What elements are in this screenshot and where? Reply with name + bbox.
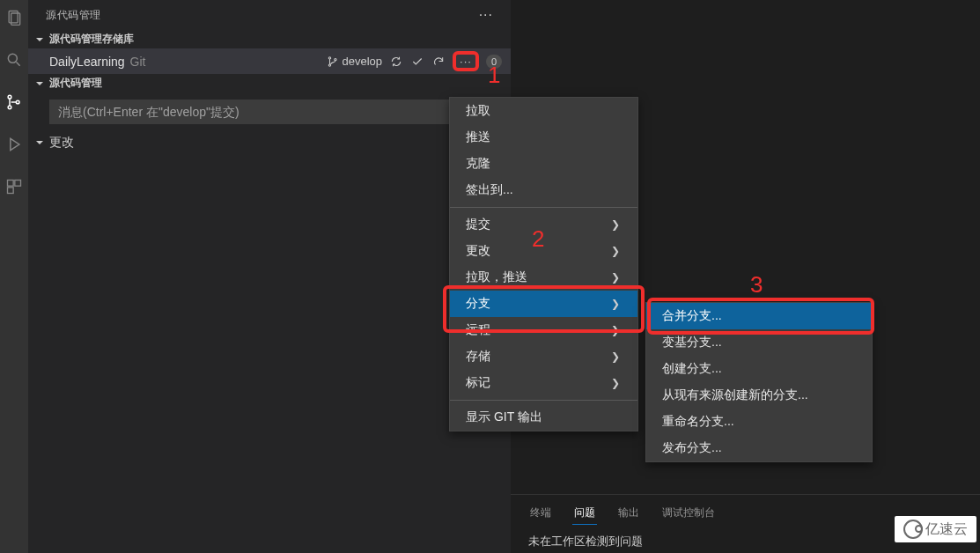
- branch-name: develop: [342, 55, 382, 68]
- panel-header: 源代码管理 ···: [28, 0, 511, 30]
- tab-debug-console[interactable]: 调试控制台: [660, 502, 717, 525]
- menu-push[interactable]: 推送: [450, 124, 637, 151]
- more-icon: ···: [460, 55, 472, 68]
- svg-point-13: [335, 58, 336, 60]
- chevron-right-icon: ❯: [611, 271, 620, 284]
- annotation-number-1: 1: [488, 62, 500, 89]
- tab-terminal[interactable]: 终端: [528, 502, 553, 525]
- menu-show-git-output[interactable]: 显示 GIT 输出: [450, 404, 637, 431]
- menu-separator: [450, 400, 637, 401]
- watermark-text: 亿速云: [925, 520, 968, 539]
- chevron-right-icon: ❯: [611, 245, 620, 257]
- svg-line-3: [17, 63, 20, 66]
- extensions-icon[interactable]: [4, 176, 25, 197]
- chevron-down-icon: [33, 77, 46, 90]
- scm-section-header[interactable]: 源代码管理: [28, 74, 511, 92]
- files-icon[interactable]: [4, 7, 25, 28]
- panel-title: 源代码管理: [46, 8, 101, 23]
- panel-more-icon[interactable]: ···: [474, 7, 498, 23]
- menu-create-branch-from[interactable]: 从现有来源创建新的分支...: [646, 382, 872, 409]
- cloud-icon: [903, 520, 923, 539]
- tab-problems[interactable]: 问题: [572, 502, 597, 525]
- menu-create-branch[interactable]: 创建分支...: [646, 356, 872, 382]
- commit-message-field[interactable]: [49, 100, 497, 124]
- menu-remote[interactable]: 远程❯: [450, 317, 637, 343]
- menu-clone[interactable]: 克隆: [450, 151, 637, 177]
- menu-pull[interactable]: 拉取: [450, 98, 637, 124]
- menu-stash[interactable]: 存储❯: [450, 343, 637, 370]
- menu-tags[interactable]: 标记❯: [450, 370, 637, 396]
- debug-icon[interactable]: [4, 134, 25, 155]
- svg-point-12: [329, 63, 331, 65]
- menu-checkout[interactable]: 签出到...: [450, 177, 637, 203]
- watermark: 亿速云: [895, 516, 976, 542]
- chevron-right-icon: ❯: [611, 218, 620, 231]
- search-icon[interactable]: [4, 49, 25, 70]
- source-control-panel: 源代码管理 ··· 源代码管理存储库 DailyLearning Git dev…: [28, 0, 511, 553]
- svg-point-11: [329, 56, 331, 58]
- chevron-right-icon: ❯: [611, 350, 620, 363]
- section-label: 源代码管理: [49, 76, 102, 91]
- branch-submenu: 合并分支... 变基分支... 创建分支... 从现有来源创建新的分支... 重…: [645, 302, 873, 462]
- changes-label: 更改: [49, 135, 74, 151]
- chevron-down-icon: [33, 33, 46, 46]
- chevron-right-icon: ❯: [611, 377, 620, 389]
- annotation-number-2: 2: [532, 225, 544, 253]
- commit-check-icon[interactable]: [410, 55, 424, 69]
- changes-section[interactable]: 更改: [28, 131, 511, 154]
- repos-section-header[interactable]: 源代码管理存储库: [28, 30, 511, 48]
- menu-branch[interactable]: 分支❯: [450, 291, 637, 317]
- menu-rebase-branch[interactable]: 变基分支...: [646, 329, 872, 356]
- menu-rename-branch[interactable]: 重命名分支...: [646, 409, 872, 435]
- chevron-down-icon: [33, 136, 46, 149]
- svg-rect-9: [15, 181, 21, 187]
- tab-output[interactable]: 输出: [616, 502, 641, 525]
- svg-point-6: [16, 100, 19, 104]
- chevron-right-icon: ❯: [611, 324, 620, 336]
- git-branch-icon: [326, 55, 340, 69]
- menu-merge-branch[interactable]: 合并分支...: [646, 303, 872, 329]
- svg-point-5: [8, 106, 11, 109]
- repo-toolbar: develop ··· 0: [326, 51, 502, 71]
- branch-indicator[interactable]: develop: [326, 55, 382, 69]
- menu-pull-push[interactable]: 拉取，推送❯: [450, 264, 637, 291]
- svg-point-4: [8, 95, 11, 99]
- svg-point-2: [8, 54, 17, 63]
- activity-bar: [0, 0, 28, 553]
- svg-marker-7: [11, 138, 19, 150]
- repo-name: DailyLearning: [49, 55, 125, 69]
- chevron-right-icon: ❯: [611, 298, 620, 310]
- annotation-number-3: 3: [750, 271, 763, 299]
- source-control-icon[interactable]: [4, 92, 25, 113]
- scm-context-menu: 拉取 推送 克隆 签出到... 提交❯ 更改❯ 拉取，推送❯ 分支❯ 远程❯ 存…: [449, 97, 638, 431]
- sync-icon[interactable]: [389, 55, 403, 69]
- svg-rect-8: [8, 181, 14, 187]
- commit-input[interactable]: [49, 100, 497, 124]
- refresh-icon[interactable]: [431, 55, 446, 69]
- menu-publish-branch[interactable]: 发布分支...: [646, 435, 872, 461]
- menu-separator: [450, 207, 637, 208]
- repo-row[interactable]: DailyLearning Git develop ··· 0: [28, 48, 511, 74]
- section-label: 源代码管理存储库: [49, 32, 134, 47]
- svg-rect-10: [8, 188, 14, 194]
- repo-more-highlighted[interactable]: ···: [453, 51, 479, 71]
- repo-type: Git: [130, 55, 146, 69]
